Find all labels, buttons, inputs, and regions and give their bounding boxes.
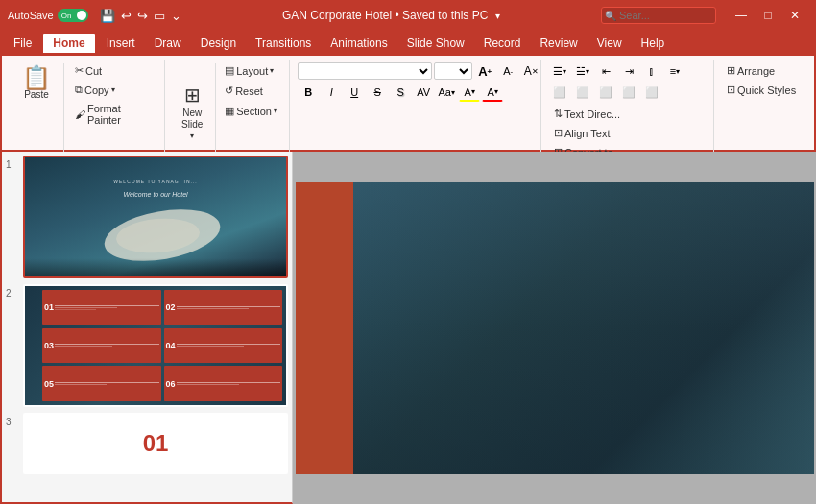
menu-home[interactable]: Home <box>41 32 96 55</box>
slide2-cell-1: 01 <box>42 290 161 325</box>
layout-dropdown[interactable]: ▾ <box>270 66 274 75</box>
new-slide-dropdown[interactable]: ▾ <box>190 132 194 140</box>
clear-format-button[interactable]: A✕ <box>520 61 541 81</box>
copy-dropdown[interactable]: ▾ <box>111 85 115 94</box>
section-dropdown[interactable]: ▾ <box>274 107 277 115</box>
menu-design[interactable]: Design <box>191 34 246 53</box>
slide3-number: 01 <box>143 430 169 457</box>
layout-button[interactable]: ▤ Layout ▾ <box>220 61 282 80</box>
slide3-thumbnail: 01 <box>25 415 286 472</box>
maximize-button[interactable]: □ <box>755 6 781 25</box>
font-case-button[interactable]: Aa▾ <box>436 83 457 102</box>
autosave-area: AutoSave On <box>8 9 88 22</box>
slide-item-3[interactable]: 3 01 <box>6 413 288 474</box>
search-input[interactable] <box>601 7 716 24</box>
columns-button[interactable]: ⫿ <box>641 61 662 81</box>
menu-animations[interactable]: Animations <box>321 34 396 53</box>
slide2-thumbnail: HOTEL 01 <box>25 286 286 405</box>
highlight-color-button[interactable]: A▾ <box>459 83 480 102</box>
text-direction-button[interactable]: ⇅ Text Direc... <box>549 105 627 123</box>
title-bar: AutoSave On 💾 ↩ ↪ ▭ ⌄ GAN Corporate Hote… <box>0 0 816 31</box>
menu-view[interactable]: View <box>588 34 632 53</box>
autosave-toggle-label: On <box>61 12 72 20</box>
align-text-icon: ⊡ <box>554 127 563 139</box>
menu-draw[interactable]: Draw <box>145 34 191 53</box>
format-painter-button[interactable]: 🖌 Format Painter <box>70 100 156 129</box>
italic-button[interactable]: I <box>321 83 342 102</box>
title-chevron[interactable]: ▾ <box>495 11 500 21</box>
slide-number-3: 3 <box>6 413 19 427</box>
reset-button[interactable]: ↺ Reset <box>220 82 282 100</box>
arrange-button[interactable]: ⊞ Arrange <box>722 61 801 80</box>
slide2-lines-1 <box>55 304 158 311</box>
numbering-button[interactable]: ☱▾ <box>572 61 593 81</box>
menu-bar: File Home Insert Draw Design Transitions… <box>0 31 816 56</box>
menu-help[interactable]: Help <box>632 34 675 53</box>
quick-styles-button[interactable]: ⊡ Quick Styles <box>722 81 801 99</box>
align-right-button[interactable]: ⬜ <box>595 83 616 102</box>
justify-button[interactable]: ⬜ <box>618 83 639 102</box>
bullets-button[interactable]: ☰▾ <box>549 61 570 81</box>
customize-icon[interactable]: ⌄ <box>171 9 181 23</box>
canvas-texture <box>353 182 814 474</box>
slide2-cell-4: 04 <box>164 328 283 364</box>
slides-right: ▤ Layout ▾ ↺ Reset ▦ Section ▾ <box>220 61 282 161</box>
line-spacing-button[interactable]: ≡▾ <box>664 61 685 81</box>
slides-controls: ⊞ New Slide ▾ ▤ Layout ▾ ↺ Reset <box>173 61 282 161</box>
font-name-row: A+ A- A✕ <box>298 61 541 81</box>
align-text-button[interactable]: ⊡ Align Text <box>549 124 627 142</box>
slide-number-2: 2 <box>6 284 19 299</box>
strikethrough-button[interactable]: S <box>367 83 388 102</box>
paste-button[interactable]: 📋 Paste <box>13 61 60 161</box>
undo-icon[interactable]: ↩ <box>121 9 132 23</box>
underline-button[interactable]: U <box>344 83 365 102</box>
slide-thumb-2[interactable]: HOTEL 01 <box>23 284 288 407</box>
present-icon[interactable]: ▭ <box>154 9 165 23</box>
slide-thumb-3[interactable]: 01 <box>23 413 288 474</box>
decrease-font-button[interactable]: A- <box>497 61 518 81</box>
section-button[interactable]: ▦ Section ▾ <box>220 102 282 120</box>
font-size-select[interactable] <box>434 62 472 80</box>
font-family-select[interactable] <box>298 62 432 80</box>
menu-record[interactable]: Record <box>474 34 531 53</box>
align-left-button[interactable]: ⬜ <box>549 83 570 102</box>
menu-transitions[interactable]: Transitions <box>246 34 321 53</box>
slide2-num-5: 05 <box>44 379 54 389</box>
slide-panel: 1 WELCOME TO YANAGI IN... Welcome to our… <box>0 152 293 504</box>
save-icon[interactable]: 💾 <box>100 9 115 23</box>
redo-icon[interactable]: ↪ <box>137 9 148 23</box>
bold-button[interactable]: B <box>298 83 319 102</box>
slide-thumb-1[interactable]: WELCOME TO YANAGI IN... Welcome to our H… <box>23 156 288 278</box>
slide1-subtitle: Welcome to our Hotel <box>38 191 274 198</box>
cut-button[interactable]: ✂ Cut <box>70 61 156 80</box>
quick-styles-icon: ⊡ <box>727 84 735 96</box>
menu-slideshow[interactable]: Slide Show <box>397 34 474 53</box>
char-spacing-button[interactable]: AV <box>413 83 434 102</box>
decrease-indent-button[interactable]: ⇤ <box>595 61 616 81</box>
autosave-label: AutoSave <box>8 10 54 21</box>
slide1-title-small: WELCOME TO YANAGI IN... <box>38 179 274 184</box>
layout-icon: ▤ <box>225 64 234 77</box>
increase-indent-button[interactable]: ⇥ <box>618 61 639 81</box>
align-center-button[interactable]: ⬜ <box>572 83 593 102</box>
font-color-button[interactable]: A▾ <box>482 83 503 102</box>
slide2-num-3: 03 <box>44 341 54 350</box>
smartart-button[interactable]: ⬜ <box>641 83 662 102</box>
slide-item-1[interactable]: 1 WELCOME TO YANAGI IN... Welcome to our… <box>6 156 288 278</box>
menu-review[interactable]: Review <box>530 34 587 53</box>
menu-insert[interactable]: Insert <box>97 34 145 53</box>
shadow-button[interactable]: S <box>390 83 411 102</box>
slide1-thumbnail: WELCOME TO YANAGI IN... Welcome to our H… <box>25 157 286 276</box>
font-style-row: B I U S S AV Aa▾ A▾ A▾ <box>298 83 503 102</box>
slide2-num-1: 01 <box>44 302 54 312</box>
increase-font-button[interactable]: A+ <box>474 61 495 81</box>
autosave-toggle[interactable]: On <box>58 9 88 22</box>
slide-item-2[interactable]: 2 HOTEL 01 <box>6 284 288 407</box>
canvas-area <box>293 152 816 504</box>
new-slide-button[interactable]: ⊞ New Slide ▾ <box>173 61 211 161</box>
copy-button[interactable]: ⧉ Copy ▾ <box>70 81 156 99</box>
minimize-button[interactable]: — <box>728 6 755 25</box>
close-button[interactable]: ✕ <box>781 6 808 25</box>
menu-file[interactable]: File <box>4 34 41 53</box>
slide2-cell-6: 06 <box>164 366 283 401</box>
